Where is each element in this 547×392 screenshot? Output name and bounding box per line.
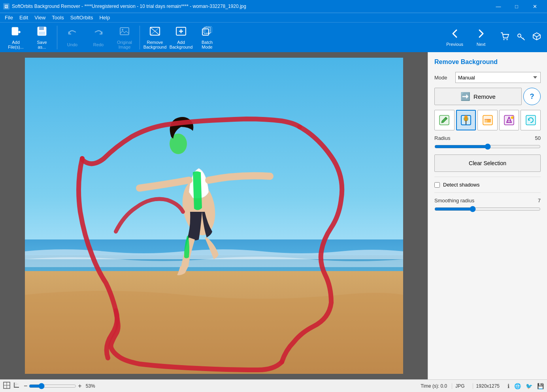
add-background-icon — [175, 26, 187, 38]
batch-mode-button[interactable]: Batch Mode — [194, 24, 220, 51]
zoom-slider[interactable] — [29, 383, 76, 389]
save-icon — [36, 26, 47, 38]
remove-background-label: Remove Background — [143, 40, 167, 49]
fit-icon[interactable] — [3, 382, 10, 390]
canvas-area[interactable] — [0, 52, 428, 379]
zoom-control: − + 53% — [24, 383, 100, 390]
next-icon — [476, 28, 486, 41]
svg-point-17 — [504, 39, 505, 40]
previous-button[interactable]: Previous — [441, 27, 468, 48]
detect-shadows-label[interactable]: Detect shadows — [443, 182, 480, 188]
redo-icon — [93, 28, 104, 41]
pencil-keep-tool[interactable] — [434, 110, 455, 130]
smoothing-label: Smoothing radius — [434, 198, 474, 204]
right-panel: Remove Background Mode Manual Automatic … — [428, 52, 547, 379]
svg-point-7 — [122, 29, 123, 30]
status-right: Time (s): 0.0 JPG 1920x1275 ℹ 🌐 🐦 💾 — [421, 383, 544, 389]
mode-label: Mode — [434, 75, 452, 81]
minimize-button[interactable]: — — [489, 0, 507, 13]
next-button[interactable]: Next — [471, 27, 491, 48]
mode-select[interactable]: Manual Automatic Magic Wand — [455, 72, 541, 83]
svg-line-20 — [521, 37, 524, 40]
remove-button[interactable]: ➡️ Remove — [434, 88, 522, 105]
toolbar: Add File(s)... Save as... Undo Redo Orig… — [0, 22, 547, 52]
remove-btn-row: ➡️ Remove ? — [434, 88, 541, 105]
menu-help[interactable]: Help — [96, 14, 113, 21]
tool-buttons-row — [434, 110, 541, 130]
radius-label: Radius — [434, 135, 452, 141]
app-icon: 🖼 — [3, 3, 9, 9]
undo-icon — [67, 28, 78, 41]
maximize-button[interactable]: □ — [507, 0, 526, 13]
radius-slider[interactable] — [434, 143, 541, 150]
menu-file[interactable]: File — [2, 14, 16, 21]
svg-rect-0 — [12, 27, 18, 35]
title-bar: 🖼 SoftOrbits Background Remover - ****Un… — [0, 0, 547, 13]
smoothing-value: 7 — [529, 198, 541, 204]
radius-value: 50 — [529, 135, 541, 141]
clear-selection-label: Clear Selection — [469, 160, 506, 166]
add-files-label: Add File(s)... — [8, 40, 24, 49]
clear-selection-button[interactable]: Clear Selection — [434, 155, 541, 172]
zoom-value: 53% — [86, 383, 100, 389]
undo-button[interactable]: Undo — [60, 24, 85, 51]
svg-rect-5 — [39, 32, 45, 35]
zoom-in-button[interactable]: + — [78, 383, 81, 390]
menu-softorbits[interactable]: SoftOrbits — [67, 14, 96, 21]
restore-tool[interactable] — [521, 110, 541, 130]
mode-row: Mode Manual Automatic Magic Wand — [434, 72, 541, 83]
toolbar-right-icons — [498, 29, 544, 46]
toolbar-sep-1 — [57, 26, 57, 49]
previous-label: Previous — [446, 42, 463, 47]
divider-1 — [434, 177, 541, 177]
redo-button[interactable]: Redo — [86, 24, 111, 51]
info-icon[interactable]: ℹ — [507, 383, 509, 389]
crop-icon[interactable] — [13, 382, 21, 390]
share-icon[interactable]: 🌐 — [514, 383, 521, 389]
status-bar: − + 53% Time (s): 0.0 JPG 1920x1275 ℹ 🌐 … — [0, 379, 547, 392]
detect-shadows-row: Detect shadows — [434, 182, 541, 188]
format-label: JPG — [452, 383, 468, 389]
remove-background-button[interactable]: Remove Background — [142, 24, 168, 51]
original-image-label: Original Image — [117, 40, 132, 49]
help-button[interactable]: ? — [523, 88, 541, 105]
brush-keep-tool[interactable] — [456, 110, 476, 130]
smoothing-slider-row: Smoothing radius 7 — [434, 198, 541, 212]
menu-tools[interactable]: Tools — [49, 14, 67, 21]
save-icon-sm[interactable]: 💾 — [537, 383, 544, 389]
add-background-button[interactable]: Add Background — [168, 24, 194, 51]
close-button[interactable]: ✕ — [526, 0, 544, 13]
eraser-tool[interactable] — [477, 110, 498, 130]
main-area: Remove Background Mode Manual Automatic … — [0, 52, 547, 379]
batch-mode-label: Batch Mode — [202, 40, 213, 49]
canvas-image[interactable] — [0, 52, 428, 379]
next-label: Next — [477, 42, 486, 47]
add-files-icon — [10, 26, 21, 38]
radius-slider-row: Radius 50 — [434, 135, 541, 150]
help-icon: ? — [530, 92, 534, 101]
cart-icon[interactable] — [498, 29, 512, 46]
menu-edit[interactable]: Edit — [16, 14, 31, 21]
key-icon[interactable] — [514, 29, 528, 46]
twitter-icon[interactable]: 🐦 — [526, 383, 532, 389]
auto-select-tool[interactable] — [499, 110, 519, 130]
remove-background-icon — [149, 26, 160, 38]
save-as-button[interactable]: Save as... — [29, 24, 55, 51]
save-as-label: Save as... — [37, 40, 47, 49]
original-image-button[interactable]: Original Image — [112, 24, 137, 51]
svg-rect-46 — [526, 115, 536, 125]
svg-rect-37 — [485, 119, 487, 122]
svg-line-21 — [523, 38, 524, 39]
add-background-label: Add Background — [170, 40, 193, 49]
svg-point-18 — [507, 39, 508, 40]
box-icon[interactable] — [530, 29, 544, 46]
menu-bar: File Edit View Tools SoftOrbits Help — [0, 13, 547, 22]
remove-arrow-icon: ➡️ — [460, 92, 470, 101]
navigation-group: Previous Next — [441, 27, 491, 48]
menu-view[interactable]: View — [31, 14, 49, 21]
detect-shadows-checkbox[interactable] — [434, 182, 440, 188]
zoom-out-button[interactable]: − — [24, 383, 27, 390]
divider-2 — [434, 192, 541, 193]
add-files-button[interactable]: Add File(s)... — [3, 24, 28, 51]
smoothing-slider[interactable] — [434, 206, 541, 212]
